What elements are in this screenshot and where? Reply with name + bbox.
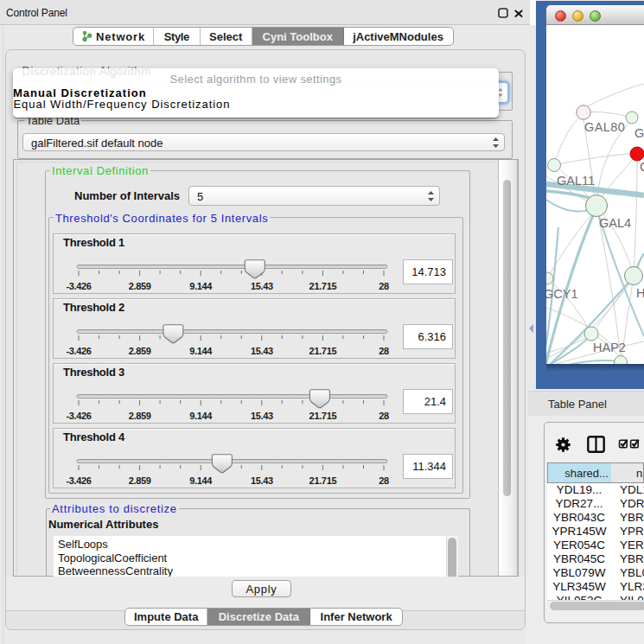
svg-text:GCY1: GCY1 (546, 287, 578, 301)
svg-text:GA: GA (634, 126, 644, 140)
svg-text:GAL4: GAL4 (599, 216, 631, 230)
svg-text:GAL11: GAL11 (557, 174, 595, 188)
svg-text:HAP2: HAP2 (593, 341, 626, 354)
svg-text:GAL80: GAL80 (584, 120, 625, 134)
svg-text:C: C (640, 160, 644, 174)
svg-text:H: H (636, 286, 644, 300)
